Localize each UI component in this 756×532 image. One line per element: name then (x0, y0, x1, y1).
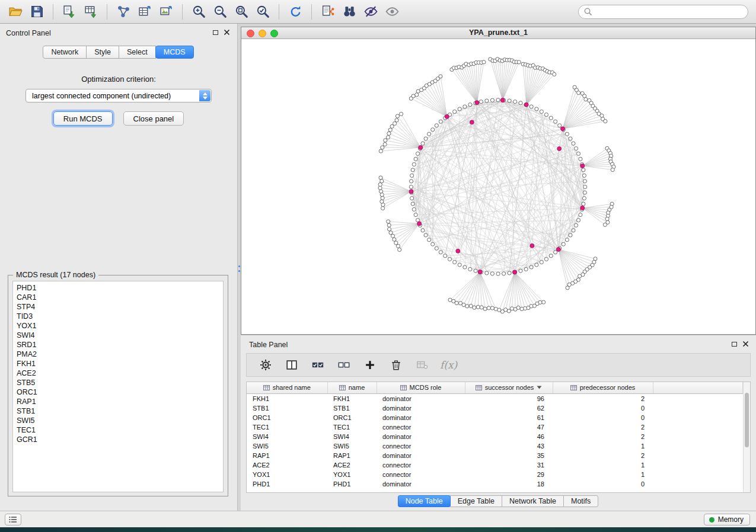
table-scrollbar[interactable] (743, 382, 750, 492)
mcds-result-item[interactable]: CAR1 (17, 293, 223, 302)
table-row[interactable]: FKH1FKH1dominator962 (247, 393, 743, 403)
mcds-result-item[interactable]: SWI4 (17, 331, 223, 340)
scrollbar-thumb[interactable] (745, 393, 749, 447)
table-row[interactable]: ORC1ORC1dominator610 (247, 413, 743, 422)
mcds-node[interactable] (512, 270, 516, 274)
zoom-fit-button[interactable] (231, 2, 252, 21)
search-box[interactable] (578, 5, 748, 19)
mcds-node[interactable] (417, 222, 422, 226)
import-table-file-button[interactable] (80, 2, 101, 21)
mcds-result-item[interactable]: RAP1 (17, 397, 223, 406)
tab-style[interactable]: Style (86, 46, 119, 59)
run-mcds-button[interactable]: Run MCDS (53, 111, 113, 126)
mcds-result-item[interactable]: YOX1 (17, 321, 223, 331)
import-network-file-button[interactable] (59, 2, 80, 21)
float-table-panel-icon[interactable] (732, 342, 737, 347)
mcds-result-item[interactable]: STB5 (17, 378, 223, 387)
mcds-result-item[interactable]: GCR1 (17, 435, 223, 444)
mcds-result-item[interactable]: STB1 (17, 406, 223, 416)
hide-selected-button[interactable] (360, 2, 381, 21)
column-header-shared-name[interactable]: shared name (247, 382, 327, 393)
mcds-result-item[interactable]: SRD1 (17, 340, 223, 350)
search-input[interactable] (595, 8, 743, 16)
tab-network-table[interactable]: Network Table (502, 495, 564, 507)
mcds-node[interactable] (500, 98, 505, 102)
column-header-successor-nodes[interactable]: successor nodes (465, 382, 553, 393)
column-header-name[interactable]: name (327, 382, 377, 393)
new-network-button[interactable] (113, 2, 134, 21)
table-settings-button[interactable] (257, 357, 274, 373)
mcds-result-item[interactable]: PHD1 (17, 283, 223, 293)
mcds-node[interactable] (580, 164, 585, 168)
mcds-result-item[interactable]: TID3 (17, 312, 223, 321)
float-panel-icon[interactable] (213, 30, 218, 35)
mcds-result-list[interactable]: PHD1CAR1STP4TID3YOX1SWI4SRD1PMA2FKH1ACE2… (12, 281, 224, 492)
table-row[interactable]: RAP1RAP1dominator352 (247, 451, 743, 460)
mcds-node[interactable] (580, 206, 585, 210)
table-row[interactable]: STB1STB1dominator620 (247, 403, 743, 413)
close-window-button[interactable] (247, 30, 254, 37)
mcds-node[interactable] (475, 101, 479, 105)
table-row[interactable]: PHD1PHD1dominator180 (247, 479, 743, 489)
open-network-button[interactable] (5, 2, 26, 21)
network-window-titlebar[interactable]: YPA_prune.txt_1 (241, 27, 755, 39)
column-header-predecessor-nodes[interactable]: predecessor nodes (553, 382, 653, 393)
criterion-dropdown[interactable]: largest connected component (undirected) (25, 89, 212, 102)
mcds-node[interactable] (530, 243, 534, 248)
mcds-node[interactable] (561, 127, 565, 131)
mcds-result-item[interactable]: PMA2 (17, 350, 223, 359)
delete-column-button[interactable] (388, 357, 404, 373)
task-history-button[interactable] (5, 514, 21, 525)
mcds-node[interactable] (445, 114, 449, 118)
mcds-result-item[interactable]: FKH1 (17, 359, 223, 368)
show-all-button[interactable] (381, 2, 403, 21)
zoom-selected-button[interactable] (252, 2, 273, 21)
close-panel-button[interactable]: Close panel (123, 111, 184, 126)
tab-motifs[interactable]: Motifs (563, 495, 598, 507)
table-row[interactable]: TEC1TEC1connector472 (247, 422, 743, 432)
add-column-button[interactable] (362, 357, 378, 373)
table-row[interactable]: SWI4SWI4dominator462 (247, 432, 743, 441)
column-visibility-button[interactable] (283, 357, 300, 373)
export-table-button[interactable] (134, 2, 155, 21)
mcds-result-item[interactable]: ORC1 (17, 387, 223, 397)
table-row[interactable]: SWI5SWI5connector431 (247, 441, 743, 451)
mcds-node[interactable] (556, 248, 560, 252)
mcds-node[interactable] (470, 120, 474, 124)
tab-select[interactable]: Select (119, 46, 156, 59)
zoom-out-button[interactable] (209, 2, 231, 21)
mcds-node[interactable] (419, 145, 423, 149)
tab-edge-table[interactable]: Edge Table (450, 495, 502, 507)
zoom-in-button[interactable] (188, 2, 209, 21)
mcds-node[interactable] (456, 249, 460, 253)
mcds-node[interactable] (478, 270, 482, 274)
maximize-window-button[interactable] (270, 30, 278, 37)
tab-mcds[interactable]: MCDS (155, 46, 194, 59)
minimize-window-button[interactable] (259, 30, 266, 37)
tab-network[interactable]: Network (43, 46, 87, 59)
function-builder-button[interactable]: f(x) (440, 359, 457, 371)
network-canvas[interactable] (241, 39, 755, 334)
mcds-node[interactable] (409, 190, 413, 194)
save-session-button[interactable] (26, 2, 47, 21)
mcds-node[interactable] (557, 147, 562, 151)
delete-table-button[interactable] (414, 357, 430, 373)
export-image-button[interactable] (155, 2, 177, 21)
mcds-result-item[interactable]: ACE2 (17, 368, 223, 378)
tab-node-table[interactable]: Node Table (398, 495, 451, 507)
close-table-panel-icon[interactable] (742, 341, 749, 347)
mcds-result-item[interactable]: TEC1 (17, 425, 223, 435)
table-row[interactable]: ACE2ACE2connector311 (247, 460, 743, 470)
deselect-all-rows-button[interactable] (336, 357, 352, 373)
column-header-mcds-role[interactable]: MCDS role (377, 382, 465, 393)
refresh-view-button[interactable] (285, 2, 306, 21)
select-all-rows-button[interactable] (310, 357, 326, 373)
mcds-node[interactable] (524, 102, 528, 107)
mcds-result-item[interactable]: SWI5 (17, 416, 223, 425)
table-row[interactable]: YOX1YOX1connector291 (247, 470, 743, 479)
close-panel-icon[interactable] (224, 29, 230, 36)
memory-button[interactable]: Memory (704, 514, 750, 525)
find-button[interactable] (339, 2, 360, 21)
copy-network-button[interactable] (317, 2, 339, 21)
mcds-result-item[interactable]: STP4 (17, 302, 223, 312)
